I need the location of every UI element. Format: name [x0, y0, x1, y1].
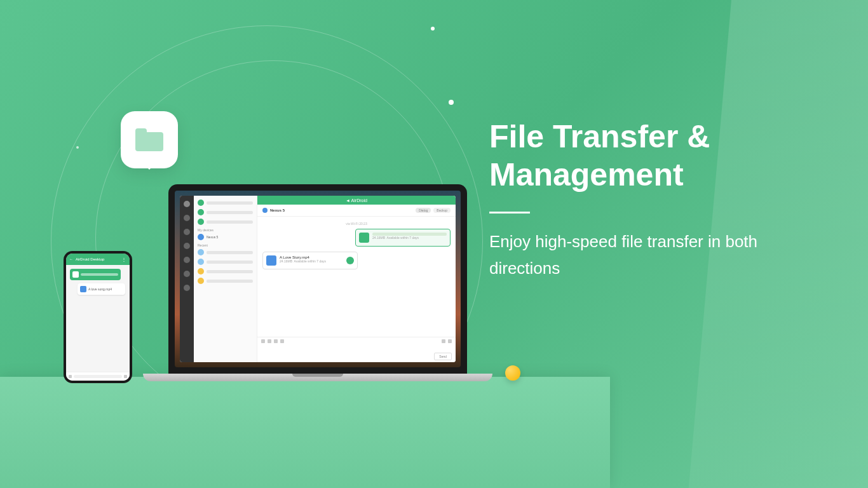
headline-divider [489, 212, 530, 214]
send-button[interactable]: Send [434, 353, 452, 360]
list-item[interactable] [198, 259, 253, 265]
file-icon [80, 286, 86, 292]
text-input[interactable] [74, 375, 122, 378]
phone-mockup: ← AirDroid Desktop ⋮ A love song.mp4 [64, 251, 132, 383]
nav-icon[interactable] [184, 243, 190, 249]
file-meta: 24.16MB Available within 7 days [372, 236, 447, 240]
app-main: ◄ AirDroid Nexus 5 Dialog Backup via Wi-… [257, 196, 456, 362]
attach-icon[interactable] [268, 339, 271, 343]
contact-name: Nexus 5 [270, 208, 285, 212]
folder-icon[interactable] [280, 339, 284, 343]
phone-chat-body: A love song.mp4 [66, 265, 130, 372]
laptop-wallpaper: My devices Nexus 5 Recent ◄ AirDroid Nex… [175, 191, 461, 367]
nav-icon[interactable] [184, 271, 190, 277]
list-section-label: Recent [198, 243, 253, 247]
phone-app-title: AirDroid Desktop [76, 257, 104, 261]
list-item[interactable] [198, 249, 253, 255]
list-item[interactable] [198, 209, 253, 215]
decorative-dot [76, 146, 79, 149]
nav-icon[interactable] [184, 257, 190, 263]
headline-title: File Transfer & Management [489, 118, 832, 194]
list-item[interactable] [198, 200, 253, 206]
sent-file-bubble[interactable]: 24.16MB Available within 7 days [355, 229, 451, 247]
headline-subtitle: Enjoy high-speed file transfer in both d… [489, 229, 832, 281]
laptop-screen: My devices Nexus 5 Recent ◄ AirDroid Nex… [168, 184, 467, 374]
platform [0, 377, 610, 488]
phone-input-bar [66, 372, 130, 381]
desktop-app: My devices Nexus 5 Recent ◄ AirDroid Nex… [180, 196, 456, 362]
app-brand: ◄ AirDroid [346, 198, 367, 203]
image-icon[interactable] [274, 339, 278, 343]
folder-icon [135, 128, 163, 151]
contact-avatar-icon [262, 208, 268, 213]
sent-bubble[interactable] [70, 269, 121, 280]
list-item[interactable] [198, 278, 253, 284]
file-icon [72, 271, 79, 278]
chat-body: via Wi-Fi 20:23 24.16MB Available within… [257, 217, 456, 337]
decorative-dot [431, 27, 435, 30]
chat-header: Nexus 5 Dialog Backup [257, 205, 456, 217]
phone-screen: ← AirDroid Desktop ⋮ A love song.mp4 [66, 254, 130, 381]
laptop-base [143, 374, 492, 381]
list-section-label: My devices [198, 228, 253, 232]
clip-icon[interactable] [442, 339, 445, 343]
app-header: ◄ AirDroid [257, 196, 456, 205]
received-bubble[interactable]: A love song.mp4 [78, 283, 125, 295]
headline-block: File Transfer & Management Enjoy high-sp… [489, 118, 832, 281]
nav-icon[interactable] [184, 285, 190, 291]
list-item[interactable] [198, 219, 253, 225]
avatar-icon[interactable] [184, 201, 190, 207]
nav-icon[interactable] [184, 215, 190, 221]
attach-icon[interactable] [69, 375, 72, 378]
received-file-bubble[interactable]: A Love Story.mp4 24.16MB Available withi… [262, 252, 358, 269]
file-icon [359, 233, 369, 243]
list-item[interactable]: Nexus 5 [198, 234, 253, 240]
phone-app-header: ← AirDroid Desktop ⋮ [66, 254, 130, 265]
tab-backup[interactable]: Backup [433, 208, 451, 213]
file-bar [81, 273, 118, 276]
menu-icon[interactable]: ⋮ [121, 257, 126, 262]
download-button[interactable] [346, 257, 354, 264]
back-icon[interactable]: ← [69, 257, 73, 261]
contact-list: My devices Nexus 5 Recent [194, 196, 257, 362]
chat-input-bar: Send [257, 337, 456, 362]
laptop-mockup: My devices Nexus 5 Recent ◄ AirDroid Nex… [143, 184, 492, 381]
folder-bubble [121, 111, 178, 168]
app-sidebar [180, 196, 194, 362]
tab-dialog[interactable]: Dialog [416, 208, 431, 213]
list-item[interactable] [198, 268, 253, 274]
decorative-ball [505, 365, 520, 381]
decorative-dot [449, 100, 454, 105]
send-icon[interactable] [124, 375, 127, 378]
more-icon[interactable] [448, 339, 452, 343]
date-label: via Wi-Fi 20:23 [262, 222, 451, 226]
nav-icon[interactable] [184, 229, 190, 235]
file-name: A love song.mp4 [88, 287, 112, 291]
file-icon [266, 255, 276, 266]
file-meta: 24.16MB Available within 7 days [280, 259, 343, 263]
emoji-icon[interactable] [261, 339, 265, 343]
